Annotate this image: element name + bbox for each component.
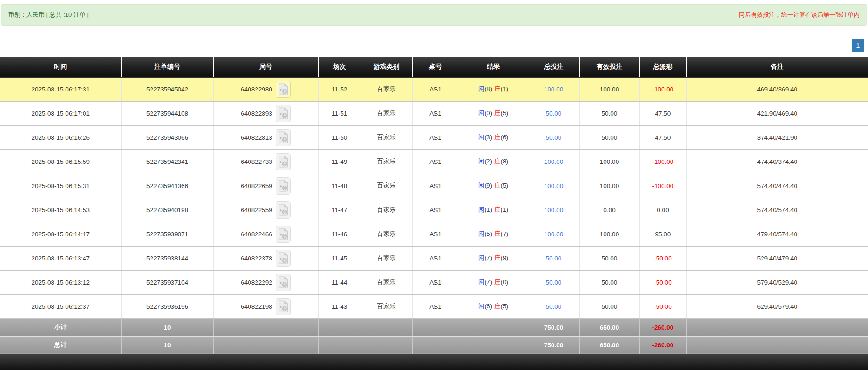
result-banker-label: 庄 xyxy=(494,85,501,92)
result-player-label: 闲 xyxy=(478,254,485,261)
total-bet-link[interactable]: 50.00 xyxy=(546,303,562,310)
header-remark: 备注 xyxy=(686,57,868,77)
video-replay-button[interactable] xyxy=(276,298,291,315)
subtotal-count: 10 xyxy=(121,318,213,336)
video-replay-icon xyxy=(278,204,288,216)
cell-result: 闲(8)庄(1) xyxy=(459,77,528,101)
video-replay-icon xyxy=(278,156,288,168)
video-replay-button[interactable] xyxy=(276,274,291,291)
total-bet-link[interactable]: 100.00 xyxy=(544,231,563,238)
table-row: 2025-08-15 06:17:31 522735945042 6408229… xyxy=(0,77,868,101)
total-bet-link[interactable]: 50.00 xyxy=(546,110,562,117)
pagination: 1 xyxy=(852,39,864,52)
result-banker-label: 庄 xyxy=(494,279,501,286)
cell-time: 2025-08-15 06:14:17 xyxy=(0,222,121,246)
result-player-score: (6) xyxy=(485,303,493,310)
table-row: 2025-08-15 06:13:47 522735938144 6408223… xyxy=(0,246,868,270)
cell-session: 11-47 xyxy=(318,198,361,222)
cell-game-type: 百家乐 xyxy=(361,77,412,101)
result-banker-score: (7) xyxy=(501,230,509,237)
result-banker-label: 庄 xyxy=(494,182,501,189)
cell-round-no: 640822893 xyxy=(213,101,318,125)
cell-result: 闲(7)庄(9) xyxy=(459,246,528,270)
result-banker-score: (1) xyxy=(501,206,509,213)
total-bet-link[interactable]: 50.00 xyxy=(546,255,562,262)
cell-total-bet: 100.00 xyxy=(528,198,579,222)
bet-records-table: 时间 注单编号 局号 场次 游戏类别 桌号 结果 总投注 有效投注 总派彩 备注… xyxy=(0,57,868,354)
video-replay-icon xyxy=(278,131,288,143)
video-replay-button[interactable] xyxy=(276,250,291,267)
result-banker-score: (8) xyxy=(501,158,509,165)
result-player-label: 闲 xyxy=(478,85,485,92)
cell-time: 2025-08-15 06:15:59 xyxy=(0,149,121,174)
cell-round-no: 640822198 xyxy=(213,294,318,318)
total-bet-link[interactable]: 50.00 xyxy=(546,279,562,286)
cell-valid-bet: 100.00 xyxy=(579,77,639,101)
total-bet-link[interactable]: 100.00 xyxy=(544,158,563,165)
cell-valid-bet: 50.00 xyxy=(579,101,639,125)
result-banker-score: (5) xyxy=(501,303,509,310)
cell-session: 11-44 xyxy=(318,270,361,294)
total-bet-link[interactable]: 100.00 xyxy=(544,86,563,93)
video-replay-button[interactable] xyxy=(276,153,291,170)
cell-session: 11-45 xyxy=(318,246,361,270)
video-replay-button[interactable] xyxy=(276,129,291,146)
footer-empty-cell xyxy=(459,318,528,336)
total-label: 总计 xyxy=(0,336,121,354)
result-banker-score: (9) xyxy=(501,254,509,261)
cell-valid-bet: 50.00 xyxy=(579,294,639,318)
cell-table-no: AS1 xyxy=(412,125,459,149)
round-number: 640822378 xyxy=(241,255,272,262)
total-bet-link[interactable]: 50.00 xyxy=(546,134,562,141)
currency-info-bar: 币别：人民币 | 总共 :10 注单 | 同局有效投注，统一计算在该局第一张注单… xyxy=(1,4,867,26)
round-number: 640822893 xyxy=(241,110,272,117)
result-player-score: (9) xyxy=(485,182,493,189)
cell-valid-bet: 50.00 xyxy=(579,125,639,149)
total-bet-link[interactable]: 100.00 xyxy=(544,207,563,214)
video-replay-button[interactable] xyxy=(276,81,291,98)
result-player-score: (7) xyxy=(485,254,493,261)
footer-empty-cell xyxy=(686,336,868,354)
result-player-score: (0) xyxy=(485,110,493,117)
table-header: 时间 注单编号 局号 场次 游戏类别 桌号 结果 总投注 有效投注 总派彩 备注 xyxy=(0,57,868,77)
result-banker-score: (5) xyxy=(501,182,509,189)
video-replay-button[interactable] xyxy=(276,226,291,243)
video-replay-icon xyxy=(278,252,288,264)
video-replay-button[interactable] xyxy=(276,177,291,195)
result-player-label: 闲 xyxy=(478,182,485,189)
cell-remark: 469.40/369.40 xyxy=(686,77,868,101)
result-player-score: (8) xyxy=(485,85,493,92)
result-player-score: (7) xyxy=(485,279,493,286)
cell-remark: 474.40/374.40 xyxy=(686,149,868,174)
cell-session: 11-46 xyxy=(318,222,361,246)
cell-bet-id: 522735937104 xyxy=(121,270,213,294)
cell-game-type: 百家乐 xyxy=(361,246,412,270)
cell-payout: -50.00 xyxy=(639,246,686,270)
result-player-label: 闲 xyxy=(478,279,485,286)
result-player-label: 闲 xyxy=(478,110,485,117)
table-row: 2025-08-15 06:15:31 522735941366 6408226… xyxy=(0,174,868,198)
currency-total-text: 币别：人民币 | 总共 :10 注单 | xyxy=(8,11,89,19)
header-payout: 总派彩 xyxy=(639,57,686,77)
round-number: 640822980 xyxy=(241,86,272,93)
cell-result: 闲(6)庄(5) xyxy=(459,294,528,318)
subtotal-valid-bet: 650.00 xyxy=(579,318,639,336)
cell-session: 11-51 xyxy=(318,101,361,125)
table-row: 2025-08-15 06:14:53 522735940198 6408225… xyxy=(0,198,868,222)
cell-table-no: AS1 xyxy=(412,222,459,246)
footer-empty-cell xyxy=(361,318,412,336)
result-banker-label: 庄 xyxy=(494,110,501,117)
video-replay-button[interactable] xyxy=(276,105,291,122)
video-replay-button[interactable] xyxy=(276,201,291,219)
cell-time: 2025-08-15 06:16:26 xyxy=(0,125,121,149)
cell-round-no: 640822378 xyxy=(213,246,318,270)
total-bet-link[interactable]: 100.00 xyxy=(544,182,563,189)
table-row: 2025-08-15 06:14:17 522735939071 6408224… xyxy=(0,222,868,246)
footer-empty-cell xyxy=(318,318,361,336)
cell-game-type: 百家乐 xyxy=(361,174,412,198)
result-banker-label: 庄 xyxy=(494,230,501,237)
cell-game-type: 百家乐 xyxy=(361,125,412,149)
footer-empty-cell xyxy=(412,318,459,336)
pagination-page-1-button[interactable]: 1 xyxy=(852,39,864,52)
footer-empty-cell xyxy=(412,336,459,354)
